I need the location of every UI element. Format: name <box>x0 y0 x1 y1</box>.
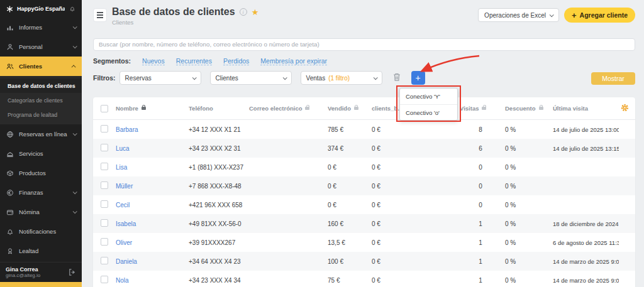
column-header-ultima-visita[interactable]: Última visita <box>553 105 619 112</box>
segments-row: Segmentos: Nuevos Recurrentes Perdidos M… <box>93 57 327 65</box>
sidebar-bottom-banner[interactable] <box>0 282 82 287</box>
row-checkbox[interactable] <box>101 219 108 227</box>
column-header-nombre[interactable]: Nombre <box>116 105 189 112</box>
table-body: Barbara+34 12 XXX X1 21785 €0 €80 %14 de… <box>93 120 635 287</box>
filter-select-clientes[interactable]: Clientes <box>210 71 292 85</box>
client-name-link[interactable]: Barbara <box>116 126 138 133</box>
select-all-checkbox[interactable] <box>101 105 108 112</box>
table-settings-button[interactable] <box>621 104 629 114</box>
filter-select-ventas[interactable]: Ventas (1 filtro) <box>301 71 382 85</box>
sidebar-item-personal[interactable]: Personal <box>0 37 82 57</box>
chevron-down-icon <box>282 75 287 80</box>
balance-cell: 0 € <box>372 277 427 284</box>
sidebar-user-block[interactable]: Gina Correa gina.c@alteg.io <box>0 262 82 282</box>
sidebar-item-reservas-en-linea[interactable]: Reservas en línea <box>0 124 82 144</box>
bell-icon <box>6 228 14 236</box>
sidebar-subitem-programa-de-lealtad[interactable]: Programa de lealtad <box>0 107 82 122</box>
client-name-link[interactable]: Müller <box>116 183 133 190</box>
favorite-star-icon[interactable] <box>252 6 259 18</box>
row-checkbox[interactable] <box>101 125 108 133</box>
row-checkbox[interactable] <box>101 163 108 170</box>
column-header-correo[interactable]: Correo electrónico <box>249 105 328 112</box>
sold-cell: 785 € <box>328 126 372 133</box>
coin-icon <box>6 189 14 197</box>
visits-cell: 1 <box>460 277 505 284</box>
row-checkbox[interactable] <box>101 200 108 208</box>
lock-icon <box>482 107 486 110</box>
search-input[interactable] <box>93 38 635 51</box>
filter-select-reservas[interactable]: Reservas <box>119 71 201 85</box>
segment-link-membresia[interactable]: Membresía por expirar <box>260 57 327 65</box>
discount-cell: 0 % <box>505 220 553 227</box>
sidebar-subitem-base-de-datos-de-clientes[interactable]: Base de datos de clientes <box>0 79 82 93</box>
add-client-button[interactable]: Agregar cliente <box>564 8 635 23</box>
row-checkbox[interactable] <box>101 257 108 264</box>
info-icon[interactable] <box>240 8 247 16</box>
page-header: Base de datos de clientes Clientes Opera… <box>93 6 635 33</box>
excel-operations-button[interactable]: Operaciones de Excel <box>478 8 559 22</box>
filters-row: Filtros: Reservas Clientes Ventas (1 fil… <box>93 71 635 87</box>
phone-cell: +34 64 XXX X4 23 <box>189 258 249 265</box>
column-header-telefono[interactable]: Teléfono <box>189 105 249 112</box>
row-checkbox[interactable] <box>101 144 108 151</box>
client-name-link[interactable]: Luca <box>116 145 130 152</box>
sidebar-item-informes[interactable]: Informes <box>0 18 82 37</box>
visits-cell: 0 <box>460 202 505 208</box>
sidebar-item-notificaciones[interactable]: Notificaciones <box>0 222 82 241</box>
add-filter-button[interactable] <box>411 71 425 85</box>
notification-bell-icon[interactable] <box>68 6 77 12</box>
table-row: Oliver+39 91XXXX26713,5 €0 €10 %6 de ago… <box>93 233 635 252</box>
sidebar-item-finanzas[interactable]: Finanzas <box>0 183 82 202</box>
clear-filters-button[interactable] <box>391 71 402 85</box>
sidebar: HappyGio España InformesPersonalClientes… <box>0 0 82 287</box>
column-header-descuento[interactable]: Descuento <box>505 105 553 112</box>
client-name-link[interactable]: Isabela <box>116 220 136 227</box>
segment-link-perdidos[interactable]: Perdidos <box>223 57 249 65</box>
connector-option-y[interactable]: Conectivo 'Y' <box>400 89 457 104</box>
sidebar-item-clientes[interactable]: Clientes <box>0 57 82 76</box>
sidebar-subitem-categorias-de-clientes[interactable]: Categorías de clientes <box>0 93 82 107</box>
lock-icon <box>305 107 309 110</box>
phone-cell: +39 91XXXX267 <box>189 239 249 246</box>
balance-cell: 0 € <box>372 183 427 190</box>
sidebar-item-nomina[interactable]: Nómina <box>0 202 82 222</box>
balance-cell: 0 € <box>372 126 427 133</box>
table-row: Cecil+421 96X XXX 6580 €0 €00 % <box>93 195 635 214</box>
column-header-vendido[interactable]: Vendido <box>328 105 372 112</box>
visits-cell: 1 <box>460 258 505 265</box>
row-checkbox[interactable] <box>101 276 108 283</box>
connector-option-o[interactable]: Conectivo 'o' <box>400 104 457 120</box>
client-name-link[interactable]: Nola <box>116 277 129 284</box>
balance-cell: 0 € <box>372 258 427 265</box>
logout-icon[interactable] <box>67 268 76 276</box>
person-icon <box>6 43 14 51</box>
column-header-visitas[interactable]: Visitas <box>460 105 505 112</box>
menu-button[interactable] <box>93 8 107 22</box>
client-name-link[interactable]: Cecil <box>116 202 130 208</box>
client-name-link[interactable]: Oliver <box>116 239 132 246</box>
client-name-link[interactable]: Daniela <box>116 258 137 265</box>
page-subtitle: Clientes <box>112 19 258 26</box>
balance-cell: 0 € <box>372 145 427 152</box>
client-name-link[interactable]: Lisa <box>116 164 127 171</box>
phone-cell: +34 23 XXX X4 34 <box>189 277 249 284</box>
show-button[interactable]: Mostrar <box>591 72 635 85</box>
balance-cell: 0 € <box>372 202 427 208</box>
visits-cell: 0 <box>460 183 505 190</box>
last-visit-cell: 6 de agosto de 2025 11:30 <box>553 239 619 246</box>
chevron-down-icon <box>550 13 554 17</box>
sold-cell: 374 € <box>328 145 372 152</box>
row-checkbox[interactable] <box>101 181 108 189</box>
segment-link-recurrentes[interactable]: Recurrentes <box>176 57 212 65</box>
sidebar-nav: InformesPersonalClientesBase de datos de… <box>0 18 82 261</box>
sidebar-item-lealtad[interactable]: Lealtad <box>0 241 82 261</box>
last-visit-cell: 14 de marzo de 2025 9:00 <box>553 277 619 284</box>
sidebar-item-productos[interactable]: Productos <box>0 163 82 183</box>
segment-link-nuevos[interactable]: Nuevos <box>142 57 165 65</box>
table-row: Nola+34 23 XXX X4 3475 €0 €10 %14 de mar… <box>93 271 635 287</box>
visits-cell: 8 <box>460 126 505 133</box>
row-checkbox[interactable] <box>101 238 108 246</box>
clientes-submenu: Base de datos de clientesCategorías de c… <box>0 76 82 124</box>
brand-logo-icon <box>5 6 14 13</box>
sidebar-item-servicios[interactable]: Servicios <box>0 144 82 163</box>
